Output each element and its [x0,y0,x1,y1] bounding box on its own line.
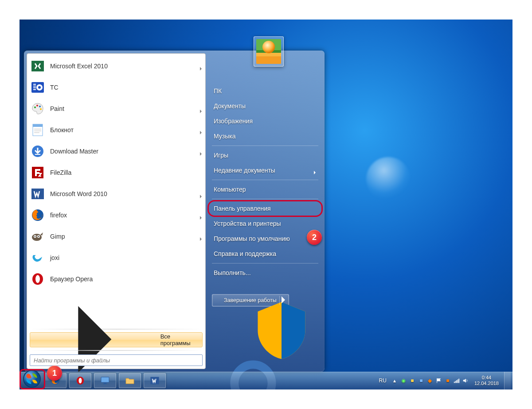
caret-right-icon [199,149,203,153]
tray-nvidia-icon[interactable]: ◉ [400,377,407,384]
tray-app-icon[interactable]: ■ [409,377,416,384]
shutdown-options-button[interactable] [279,296,287,305]
taskbar-item-explorer[interactable] [119,373,141,388]
caret-right-icon [313,169,317,172]
tc-icon [30,79,46,95]
program-item-label: Браузер Opera [50,275,203,283]
wallpaper-flare [366,157,411,201]
filezilla-icon [30,165,46,181]
program-item[interactable]: joxi [27,247,205,268]
program-item[interactable]: Download Master [27,141,205,162]
tray-icon-row: ▴ ◉ ■ ■ ◆ ■ [391,377,469,384]
opera-icon [30,271,46,287]
tray-app-icon[interactable]: ■ [444,377,451,384]
right-pane-item-label: Изображения [214,118,253,125]
right-pane-item[interactable]: Устройства и принтеры [208,216,322,231]
right-pane-item-label: Музыка [214,133,236,140]
right-pane-item[interactable]: ПК [208,83,322,98]
language-indicator[interactable]: RU [377,378,388,384]
right-pane-item[interactable]: Панель управления [208,201,322,216]
taskbar: RU ▴ ◉ ■ ■ ◆ ■ 0:44 12.04.2018 [20,372,512,389]
tray-date-text: 12.04.2018 [474,381,499,386]
right-pane-item-label: Игры [214,152,228,159]
right-pane-item[interactable]: Изображения [208,114,322,129]
program-item-label: Gimp [50,233,195,240]
program-item[interactable]: firefox [27,204,205,226]
program-item[interactable]: Microsoft Excel 2010 [27,55,205,77]
program-item[interactable]: Браузер Opera [27,268,205,290]
separator [212,199,318,199]
start-menu-right-pane: ПКДокументыИзображенияМузыкаИгрыНедавние… [208,53,322,369]
right-pane-item[interactable]: Документы [208,98,322,114]
search-icon[interactable] [193,356,201,364]
shutdown-button[interactable]: Завершение работы [212,294,289,307]
separator [212,180,318,180]
program-item[interactable]: TC [27,77,205,98]
tray-clock[interactable]: 0:44 12.04.2018 [472,375,501,386]
shield-icon [215,297,221,303]
program-item-label: TC [50,84,203,91]
right-pane-item-label: Справка и поддержка [214,250,276,257]
program-item[interactable]: FileZilla [27,162,205,183]
all-programs-label: Все программы [160,333,199,346]
system-tray: RU ▴ ◉ ■ ■ ◆ ■ 0:44 12.04.2018 [377,372,512,389]
right-pane-item-label: Программы по умолчанию [214,235,290,242]
word-icon [30,186,46,202]
program-item-label: Блокнот [50,126,195,134]
program-item-label: joxi [50,254,203,261]
right-pane-item[interactable]: Компьютер [208,182,322,197]
separator [212,263,318,263]
start-button[interactable] [22,369,42,389]
excel-icon [30,58,46,74]
tray-volume-icon[interactable] [462,377,469,384]
caret-right-icon [199,213,203,217]
tray-chevron-icon[interactable]: ▴ [391,377,398,384]
gimp-icon [30,228,46,244]
program-item[interactable]: Microsoft Word 2010 [27,183,205,204]
tray-action-center-icon[interactable] [435,377,442,384]
right-pane-item-label: Компьютер [214,186,246,193]
taskbar-item-computer[interactable] [94,373,116,388]
tray-app-icon[interactable]: ■ [418,377,425,384]
right-pane-item[interactable]: Игры [208,148,322,163]
right-pane-item[interactable]: Музыка [208,129,322,144]
paint-icon [30,101,46,117]
program-item-label: Paint [50,105,195,112]
separator [30,350,203,351]
program-item[interactable]: Блокнот [27,119,205,141]
notepad-icon [30,122,46,138]
start-menu: Microsoft Excel 2010TCPaintБлокнотDownlo… [24,51,325,372]
recent-programs-list: Microsoft Excel 2010TCPaintБлокнотDownlo… [27,54,205,328]
caret-right-icon [199,235,203,238]
annotation-callout-2: 2 [307,230,322,245]
program-item-label: firefox [50,212,195,219]
tray-app-icon[interactable]: ◆ [426,377,434,384]
caret-right-icon [199,128,203,132]
right-pane-item-label: ПК [214,87,222,94]
right-pane-item[interactable]: Программы по умолчанию [208,231,322,246]
show-desktop-button[interactable] [504,372,511,389]
search-input[interactable] [30,354,203,366]
firefox-icon [30,207,46,223]
taskbar-item-opera[interactable] [69,373,91,388]
screenshot-stage: Microsoft Excel 2010TCPaintБлокнотDownlo… [20,20,512,389]
program-item-label: FileZilla [50,169,203,176]
joxi-icon [30,250,46,266]
tray-network-icon[interactable] [453,377,460,384]
program-item[interactable]: Gimp [27,226,205,247]
start-menu-left-pane: Microsoft Excel 2010TCPaintБлокнотDownlo… [27,53,206,369]
right-pane-item[interactable]: Выполнить... [208,265,322,280]
right-pane-item-label: Недавние документы [214,167,275,174]
caret-right-icon [199,107,203,110]
all-programs-button[interactable]: Все программы [30,332,203,347]
taskbar-item-word[interactable] [144,373,166,388]
caret-right-icon [199,192,203,196]
caret-right-icon [199,64,203,68]
right-pane-item[interactable]: Недавние документы [208,163,322,178]
right-pane-item[interactable]: Справка и поддержка [208,246,322,261]
right-pane-item-label: Выполнить... [214,269,251,276]
dm-icon [30,143,46,159]
program-item-label: Microsoft Excel 2010 [50,63,195,70]
program-item[interactable]: Paint [27,98,205,119]
shutdown-label: Завершение работы [224,297,277,303]
